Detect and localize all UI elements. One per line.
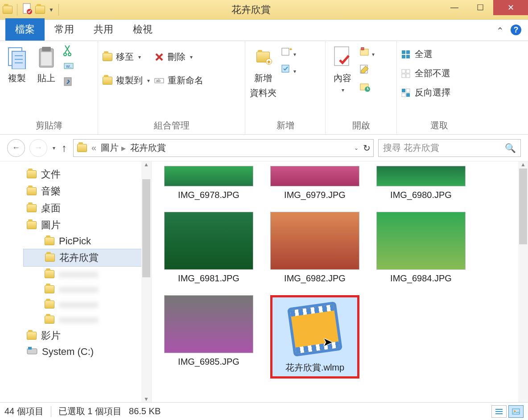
tree-item-blurred[interactable]: xxxxxxxx <box>27 267 148 282</box>
copy-button[interactable]: 複製 <box>4 45 29 84</box>
svg-rect-31 <box>406 55 410 58</box>
delete-label: 刪除 <box>168 51 186 63</box>
file-item[interactable]: IMG_6982.JPG <box>270 212 359 284</box>
new-folder-label-1: 新增 <box>254 72 272 84</box>
file-item[interactable]: IMG_6979.JPG <box>270 166 359 200</box>
open-icon[interactable]: ▾ <box>359 47 375 58</box>
tab-home[interactable]: 常用 <box>45 18 84 41</box>
paste-button[interactable]: 貼上 <box>34 45 59 84</box>
copy-to-label: 複製到 <box>116 74 143 86</box>
delete-button[interactable]: 刪除 ▾ <box>154 51 203 63</box>
refresh-button[interactable]: ↻ <box>363 143 371 153</box>
copy-path-icon[interactable]: W.. <box>63 62 74 72</box>
rename-button[interactable]: ab 重新命名 <box>154 74 203 86</box>
svg-rect-36 <box>402 89 405 92</box>
thumbnail-view-button[interactable] <box>508 405 524 418</box>
scrollbar-thumb[interactable] <box>142 179 150 277</box>
folder-icon <box>45 270 54 278</box>
address-dropdown-icon[interactable]: ⌄ <box>354 145 359 151</box>
clipboard-group-label: 剪貼簿 <box>4 118 93 133</box>
tab-file[interactable]: 檔案 <box>5 18 45 41</box>
photo-thumbnail <box>164 166 253 186</box>
tree-item-documents[interactable]: 文件 <box>27 166 148 183</box>
select-all-label: 全選 <box>415 48 433 60</box>
file-item-selected[interactable]: ➤ 花卉欣賞.wlmp <box>270 295 359 379</box>
minimize-button[interactable]: — <box>441 0 467 15</box>
tree-item-music[interactable]: 音樂 <box>27 183 148 200</box>
svg-rect-28 <box>402 50 405 54</box>
qat-newfolder-icon[interactable] <box>35 6 45 14</box>
minimize-ribbon-icon[interactable]: ⌃ <box>496 25 504 36</box>
svg-rect-30 <box>402 55 405 58</box>
new-item-icon[interactable]: ✦▾ <box>281 47 296 58</box>
photo-thumbnail <box>376 166 466 186</box>
breadcrumb-root[interactable]: 圖片▸ <box>101 142 126 154</box>
select-none-button[interactable]: 全部不選 <box>401 67 450 79</box>
ribbon-group-new: ✦ 新增 資料夾 ✦▾ ▾ 新增 <box>245 41 326 134</box>
tab-share[interactable]: 共用 <box>84 18 123 41</box>
svg-rect-11 <box>41 52 52 66</box>
select-none-label: 全部不選 <box>415 67 450 79</box>
copy-icon <box>4 45 29 70</box>
tree-item-system-drive[interactable]: System (C:) <box>27 344 148 359</box>
scroll-up-icon[interactable]: ▲ <box>520 161 526 168</box>
tree-item-blurred[interactable]: xxxxxxxx <box>27 297 148 312</box>
tree-item-blurred[interactable]: xxxxxxxx <box>27 312 148 327</box>
quick-access-toolbar: ▼ <box>3 3 61 17</box>
qat-properties-icon[interactable] <box>22 3 33 17</box>
tree-item-blurred[interactable]: xxxxxxxx <box>27 282 148 297</box>
delete-icon <box>154 52 164 62</box>
properties-label: 內容 <box>334 72 351 84</box>
recent-locations-dropdown[interactable]: ▾ <box>53 145 55 151</box>
breadcrumb-folder[interactable]: 花卉欣賞 <box>130 142 166 154</box>
file-item[interactable]: IMG_6978.JPG <box>164 166 253 200</box>
tree-item-picpick[interactable]: PicPick <box>27 234 148 249</box>
tree-item-desktop[interactable]: 桌面 <box>27 200 148 217</box>
scroll-down-icon[interactable]: ▼ <box>144 396 149 402</box>
svg-rect-21 <box>282 65 289 72</box>
select-none-icon <box>401 69 411 78</box>
history-icon[interactable] <box>359 82 375 94</box>
search-input[interactable]: 搜尋 花卉欣賞 🔍 <box>378 139 521 157</box>
move-to-button[interactable]: 移至 ▾ <box>103 51 150 63</box>
search-icon: 🔍 <box>505 143 516 153</box>
forward-button[interactable]: → <box>29 139 47 157</box>
organize-group-label: 組合管理 <box>103 118 240 133</box>
cut-icon[interactable] <box>63 45 74 58</box>
new-folder-label-2: 資料夾 <box>250 87 276 99</box>
file-item[interactable]: IMG_6985.JPG <box>164 295 253 379</box>
chevron-down-icon: ▾ <box>342 87 344 93</box>
file-item[interactable]: IMG_6981.JPG <box>164 212 253 284</box>
close-button[interactable]: ✕ <box>493 0 528 15</box>
files-scrollbar[interactable]: ▲ <box>518 161 528 402</box>
tree-item-pictures[interactable]: 圖片 <box>27 217 148 234</box>
details-view-button[interactable] <box>491 405 507 418</box>
tree-scrollbar[interactable]: ▲ ▼ <box>141 161 151 402</box>
file-item[interactable]: IMG_6984.JPG <box>376 212 466 284</box>
properties-button[interactable]: 內容 ▾ <box>330 45 355 93</box>
copy-to-button[interactable]: 複製到 ▾ <box>103 74 150 86</box>
back-button[interactable]: ← <box>7 139 25 157</box>
up-button[interactable]: ↑ <box>60 142 69 154</box>
status-separator <box>51 406 51 417</box>
photo-thumbnail <box>164 212 253 270</box>
ribbon-tabs: 檔案 常用 共用 檢視 ⌃ ? <box>0 20 528 41</box>
edit-icon[interactable] <box>359 64 375 76</box>
tab-view[interactable]: 檢視 <box>123 18 162 41</box>
paste-shortcut-icon[interactable] <box>63 77 74 88</box>
new-folder-button[interactable]: ✦ 新增 資料夾 <box>250 45 276 99</box>
file-item[interactable]: IMG_6980.JPG <box>376 166 466 200</box>
invert-selection-button[interactable]: 反向選擇 <box>401 86 450 99</box>
address-bar[interactable]: « 圖片▸ 花卉欣賞 ⌄ ↻ <box>73 139 374 157</box>
easy-access-icon[interactable]: ▾ <box>281 64 296 75</box>
select-all-button[interactable]: 全選 <box>401 48 450 60</box>
tree-item-current-folder[interactable]: 花卉欣賞 <box>23 249 148 267</box>
file-name: IMG_6979.JPG <box>284 190 346 200</box>
svg-rect-16 <box>64 78 71 86</box>
qat-dropdown-icon[interactable]: ▼ <box>49 7 54 13</box>
scroll-up-icon[interactable]: ▲ <box>144 161 149 168</box>
tree-item-videos[interactable]: 影片 <box>27 327 148 344</box>
scrollbar-thumb[interactable] <box>519 169 527 244</box>
maximize-button[interactable]: ☐ <box>467 0 493 15</box>
help-icon[interactable]: ? <box>510 24 522 37</box>
